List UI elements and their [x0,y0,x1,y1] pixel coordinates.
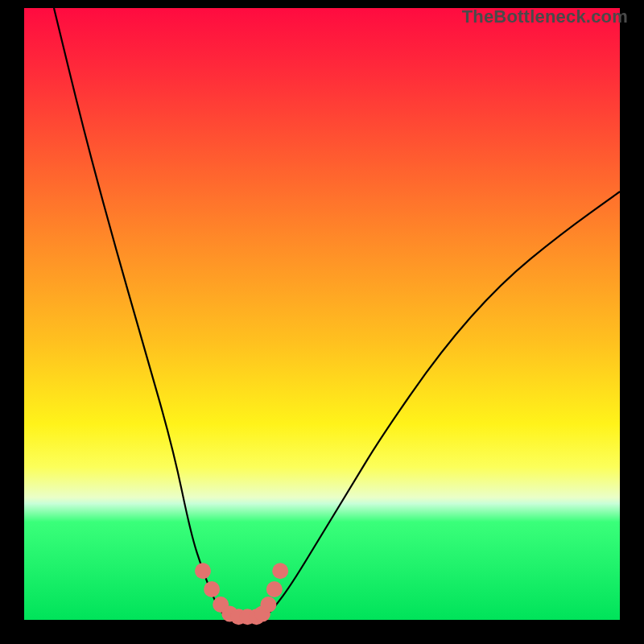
bottleneck-curve-path [54,8,620,620]
curve-line [54,8,620,620]
optimal-point-marker [272,563,288,579]
optimal-point-marker [260,597,276,613]
optimal-zone-markers [195,563,288,625]
optimal-point-marker [195,563,211,579]
optimal-point-marker [266,581,283,597]
bottleneck-curve-svg [0,0,644,644]
optimal-point-marker [204,581,220,597]
